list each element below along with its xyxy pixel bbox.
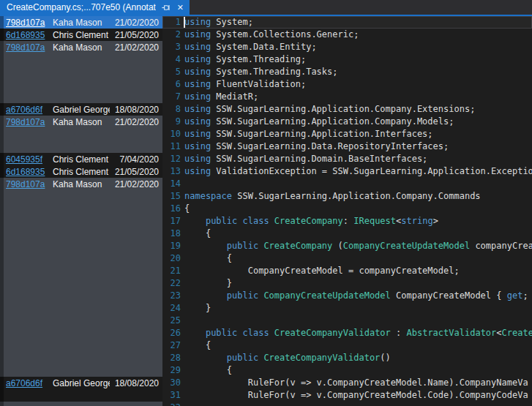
code-line[interactable]: 30 RuleFor(v => v.CompanyCreateModel.Nam…: [162, 377, 532, 389]
pin-icon[interactable]: [161, 3, 171, 12]
code-text: {: [184, 339, 211, 352]
commit-author: Gabriel George: [53, 105, 110, 115]
line-number: 6: [162, 78, 184, 91]
code-line[interactable]: 5using System.Threading.Tasks;: [162, 66, 532, 78]
commit-hash-link[interactable]: a6706d6f: [6, 378, 48, 388]
code-line[interactable]: 1using System;: [162, 16, 532, 29]
code-line[interactable]: 9using SSW.SugarLearning.Application.Com…: [162, 116, 532, 128]
code-line[interactable]: 16{: [162, 203, 532, 215]
annotation-block[interactable]: 798d107a Kaha Mason 21/02/2020: [0, 16, 162, 29]
code-text: public CompanyCreateUpdateModel CompanyC…: [184, 290, 528, 302]
code-text: CompanyCreateModel = companyCreateModel;: [184, 265, 460, 277]
annotation-panel[interactable]: 798d107a Kaha Mason 21/02/2020 6d168935 …: [0, 16, 162, 406]
code-line[interactable]: 2using System.Collections.Generic;: [162, 29, 532, 41]
code-line[interactable]: 25: [162, 315, 532, 327]
document-tab[interactable]: CreateCompany.cs;...707e50 (Annotated) ✕: [0, 0, 190, 15]
commit-hash-link[interactable]: 6d168935: [6, 30, 48, 40]
commit-hash-link[interactable]: 6d168935: [6, 167, 48, 177]
code-line[interactable]: 4using System.Threading;: [162, 53, 532, 66]
code-line[interactable]: 12using SSW.SugarLearning.Domain.BaseInt…: [162, 153, 532, 165]
annotation-block[interactable]: 798d107a Kaha Mason 21/02/2020: [0, 178, 162, 377]
line-number: 16: [162, 203, 184, 215]
code-line[interactable]: 29 {: [162, 364, 532, 377]
code-text: public class CreateCompany: IRequest<str…: [184, 215, 438, 228]
annotation-row: 798d107a Kaha Mason 21/02/2020: [0, 116, 162, 128]
line-number: 19: [162, 240, 184, 252]
code-editor[interactable]: 1using System;2using System.Collections.…: [162, 16, 532, 406]
commit-date: 21/02/2020: [115, 179, 159, 189]
text-caret: [184, 17, 185, 28]
code-text: {: [184, 203, 190, 215]
code-text: public CreateCompany (CompanyCreateUpdat…: [184, 240, 532, 252]
code-line[interactable]: 8using SSW.SugarLearning.Application.Com…: [162, 103, 532, 116]
code-line[interactable]: 23 public CompanyCreateUpdateModel Compa…: [162, 290, 532, 302]
code-text: {: [184, 228, 211, 240]
annotation-row: 6045935f Chris Clement 7/04/2020: [0, 153, 162, 165]
code-line[interactable]: 15namespace SSW.SugarLearning.Applicatio…: [162, 190, 532, 203]
code-line[interactable]: 26 public class CreateCompanyValidator :…: [162, 327, 532, 339]
line-number: 32: [162, 402, 184, 406]
tab-bar: CreateCompany.cs;...707e50 (Annotated) ✕: [0, 0, 532, 15]
line-number: 30: [162, 377, 184, 389]
commit-hash-link[interactable]: 798d107a: [6, 18, 48, 28]
code-text: {: [184, 252, 232, 265]
line-number: 7: [162, 91, 184, 103]
code-line[interactable]: 10using SSW.SugarLearning.Application.In…: [162, 128, 532, 140]
code-line[interactable]: 11using SSW.SugarLearning.Data.Repositor…: [162, 140, 532, 153]
annotation-block[interactable]: [0, 402, 162, 406]
commit-date: 21/02/2020: [115, 18, 159, 28]
annotation-block[interactable]: 798d107a Kaha Mason 21/02/2020: [0, 41, 162, 103]
commit-hash-link[interactable]: 798d107a: [6, 179, 48, 189]
commit-author: Chris Clement: [53, 154, 115, 165]
commit-date: 7/04/2020: [120, 154, 159, 165]
commit-author: Chris Clement: [53, 167, 110, 177]
annotation-block[interactable]: 798d107a Kaha Mason 21/02/2020: [0, 116, 162, 153]
line-number: 17: [162, 215, 184, 228]
code-line[interactable]: 7using MediatR;: [162, 91, 532, 103]
annotation-block[interactable]: a6706d6f Gabriel George 18/08/2020: [0, 103, 162, 116]
line-number: 24: [162, 302, 184, 315]
annotation-row: 798d107a Kaha Mason 21/02/2020: [0, 41, 162, 53]
annotation-row: a6706d6f Gabriel George 18/08/2020: [0, 377, 162, 389]
code-text: public class CreateCompanyValidator : Ab…: [184, 327, 532, 339]
commit-date: 18/08/2020: [115, 105, 159, 115]
code-line[interactable]: 32: [162, 402, 532, 406]
commit-author: Kaha Mason: [53, 18, 110, 28]
commit-author: Kaha Mason: [53, 179, 110, 189]
commit-hash-link[interactable]: 798d107a: [6, 117, 48, 127]
code-text: RuleFor(v => v.CompanyCreateModel.Code).…: [184, 389, 528, 402]
commit-hash-link[interactable]: 6045935f: [6, 154, 48, 165]
line-number: 12: [162, 153, 184, 165]
code-text: using SSW.SugarLearning.Application.Comp…: [184, 103, 475, 116]
code-line[interactable]: 19 public CreateCompany (CompanyCreateUp…: [162, 240, 532, 252]
annotation-row: 798d107a Kaha Mason 21/02/2020: [0, 16, 162, 29]
code-line[interactable]: 6using FluentValidation;: [162, 78, 532, 91]
code-line[interactable]: 14: [162, 178, 532, 190]
code-line[interactable]: 3using System.Data.Entity;: [162, 41, 532, 53]
line-number: 3: [162, 41, 184, 53]
code-line[interactable]: 27 {: [162, 339, 532, 352]
code-line[interactable]: 17 public class CreateCompany: IRequest<…: [162, 215, 532, 228]
code-line[interactable]: 13using ValidationException = SSW.SugarL…: [162, 165, 532, 178]
code-line[interactable]: 21 CompanyCreateModel = companyCreateMod…: [162, 265, 532, 277]
line-number: 1: [162, 16, 184, 29]
commit-author: Kaha Mason: [53, 42, 110, 53]
commit-hash-link[interactable]: 798d107a: [6, 42, 48, 53]
commit-hash-link[interactable]: a6706d6f: [6, 105, 48, 115]
code-text: RuleFor(v => v.CompanyCreateModel.Name).…: [184, 377, 528, 389]
code-line[interactable]: 28 public CreateCompanyValidator(): [162, 352, 532, 364]
vs-annotated-view: CreateCompany.cs;...707e50 (Annotated) ✕…: [0, 0, 532, 406]
annotation-block[interactable]: 6045935f Chris Clement 7/04/2020: [0, 153, 162, 165]
code-line[interactable]: 31 RuleFor(v => v.CompanyCreateModel.Cod…: [162, 389, 532, 402]
code-text: using FluentValidation;: [184, 78, 306, 91]
code-line[interactable]: 22 }: [162, 277, 532, 290]
code-line[interactable]: 20 {: [162, 252, 532, 265]
code-line[interactable]: 18 {: [162, 228, 532, 240]
annotation-block[interactable]: a6706d6f Gabriel George 18/08/2020: [0, 377, 162, 402]
code-text: public CreateCompanyValidator(): [184, 352, 391, 364]
code-line[interactable]: 24 }: [162, 302, 532, 315]
line-number: 27: [162, 339, 184, 352]
close-icon[interactable]: ✕: [176, 3, 185, 12]
annotation-block[interactable]: 6d168935 Chris Clement 21/05/2020: [0, 29, 162, 41]
annotation-block[interactable]: 6d168935 Chris Clement 21/05/2020: [0, 165, 162, 178]
